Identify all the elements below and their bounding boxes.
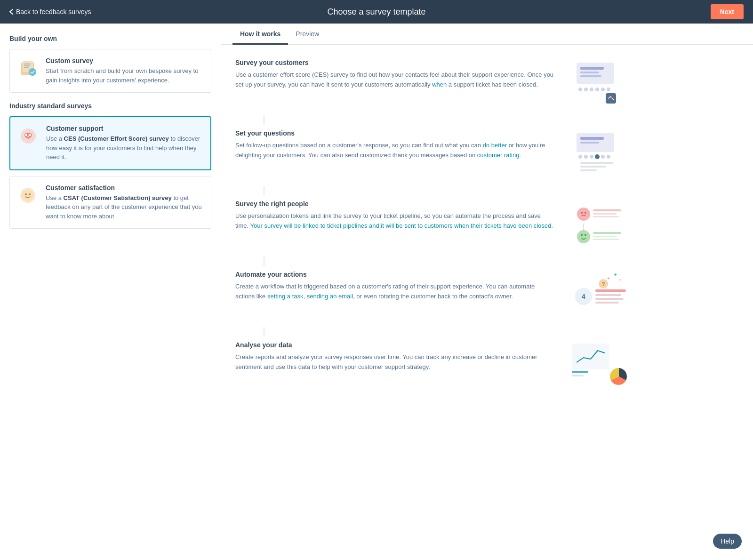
customer-support-content: Customer support Use a CES (Customer Eff… (46, 125, 203, 162)
svg-rect-55 (595, 289, 626, 292)
svg-rect-27 (580, 142, 599, 144)
next-button[interactable]: Next (711, 4, 744, 19)
feature-survey-customers: Survey your customers Use a customer eff… (235, 59, 631, 106)
feature-title-5: Analyse your data (235, 341, 555, 349)
tab-how-it-works[interactable]: How it works (232, 24, 288, 45)
feature-desc-1: Use a customer effort score (CES) survey… (235, 70, 555, 90)
svg-point-37 (577, 208, 590, 221)
feature-illus-1 (569, 59, 631, 106)
feature-title-3: Survey the right people (235, 200, 555, 208)
build-own-title: Build your own (9, 35, 211, 42)
back-arrow-icon (9, 9, 13, 15)
svg-rect-40 (593, 209, 621, 211)
custom-survey-title: Custom survey (46, 57, 203, 64)
customer-support-title: Customer support (46, 125, 203, 132)
svg-point-31 (595, 154, 600, 159)
feature-title-4: Automate your actions (235, 271, 555, 278)
custom-survey-icon (16, 57, 39, 80)
svg-point-18 (584, 88, 588, 91)
svg-text:+: + (614, 272, 617, 277)
satisfaction-icon-svg (16, 184, 39, 207)
custom-survey-svg (16, 57, 39, 80)
svg-point-22 (607, 88, 610, 91)
svg-point-45 (581, 234, 583, 236)
feature-text-5: Analyse your data Create reports and ana… (235, 341, 555, 372)
feature-desc-5: Create reports and analyze your survey r… (235, 352, 555, 372)
right-panel: How it works Preview Survey your custome… (221, 24, 753, 560)
svg-rect-36 (580, 169, 597, 171)
feature-desc-4: Create a workflow that is triggered base… (235, 282, 555, 302)
tab-preview[interactable]: Preview (288, 24, 327, 45)
customer-support-icon (17, 125, 40, 147)
svg-rect-62 (572, 371, 588, 373)
header: Back to feedback surveys Choose a survey… (0, 0, 753, 24)
svg-point-46 (585, 234, 586, 236)
feature-desc-2: Set follow-up questions based on a custo… (235, 141, 555, 160)
feature-set-questions: Set your questions Set follow-up questio… (235, 129, 631, 176)
support-icon-svg (17, 125, 40, 147)
svg-point-44 (577, 230, 590, 243)
help-button[interactable]: Help (713, 534, 742, 549)
feature-automate: Automate your actions Create a workflow … (235, 271, 631, 318)
back-link[interactable]: Back to feedback surveys (9, 8, 91, 16)
svg-rect-16 (580, 75, 601, 77)
customer-support-desc: Use a CES (Customer Effort Score) survey… (46, 134, 203, 162)
custom-survey-card[interactable]: Custom survey Start from scratch and bui… (9, 49, 211, 93)
svg-point-10 (22, 190, 33, 201)
main-container: Build your own Custom survey Start from … (0, 24, 753, 560)
svg-text:×: × (619, 278, 621, 282)
analyse-illustration (569, 341, 631, 388)
back-label: Back to feedback surveys (16, 8, 91, 16)
svg-point-12 (29, 193, 31, 195)
tabs-bar: How it works Preview (221, 24, 753, 45)
svg-rect-61 (572, 344, 609, 369)
feature-text-1: Survey your customers Use a customer eff… (235, 59, 555, 90)
feature-illus-4: + + × 4 ? (569, 271, 631, 318)
svg-point-21 (601, 88, 605, 91)
svg-rect-26 (580, 137, 604, 140)
svg-rect-47 (593, 232, 621, 234)
feature-text-3: Survey the right people Use personalizat… (235, 200, 555, 231)
svg-point-29 (584, 155, 588, 159)
svg-point-33 (607, 155, 610, 159)
svg-rect-35 (580, 166, 606, 168)
feature-illus-5 (569, 341, 631, 388)
content-area: Survey your customers Use a customer eff… (221, 45, 645, 421)
svg-rect-58 (595, 302, 619, 304)
svg-point-24 (610, 96, 612, 98)
svg-rect-23 (606, 93, 616, 104)
custom-survey-desc: Start from scratch and build your own be… (46, 66, 203, 85)
svg-rect-41 (593, 213, 617, 215)
svg-point-30 (590, 155, 593, 159)
svg-text:?: ? (601, 281, 605, 288)
svg-rect-14 (580, 67, 604, 70)
customer-satisfaction-card[interactable]: Customer satisfaction Use a CSAT (Custom… (9, 176, 211, 229)
svg-rect-4 (24, 67, 29, 68)
svg-point-32 (601, 155, 605, 159)
svg-point-6 (21, 128, 36, 144)
customer-satisfaction-icon (16, 184, 39, 207)
svg-point-5 (29, 68, 36, 76)
feature-text-4: Automate your actions Create a workflow … (235, 271, 555, 302)
customer-support-card[interactable]: Customer support Use a CES (Customer Eff… (9, 116, 211, 170)
svg-point-28 (578, 155, 582, 159)
svg-rect-34 (580, 162, 613, 164)
industry-section: Industry standard surveys Customer suppo… (9, 102, 211, 229)
svg-point-17 (578, 88, 582, 91)
svg-point-39 (585, 212, 586, 214)
feature-analyse: Analyse your data Create reports and ana… (235, 341, 631, 388)
right-people-illustration (572, 200, 628, 247)
svg-rect-56 (595, 294, 621, 296)
feature-title-1: Survey your customers (235, 59, 555, 66)
svg-rect-63 (572, 375, 584, 376)
customer-satisfaction-desc: Use a CSAT (Customer Satisfaction) surve… (46, 193, 203, 221)
automate-illustration: + + × 4 ? (569, 271, 631, 318)
feature-title-2: Set your questions (235, 129, 555, 137)
svg-point-7 (25, 134, 28, 136)
feature-illus-3 (569, 200, 631, 247)
set-questions-illustration (572, 131, 628, 176)
svg-text:+: + (607, 276, 610, 281)
custom-survey-content: Custom survey Start from scratch and bui… (46, 57, 203, 85)
svg-rect-48 (593, 236, 617, 237)
svg-rect-15 (580, 72, 599, 73)
